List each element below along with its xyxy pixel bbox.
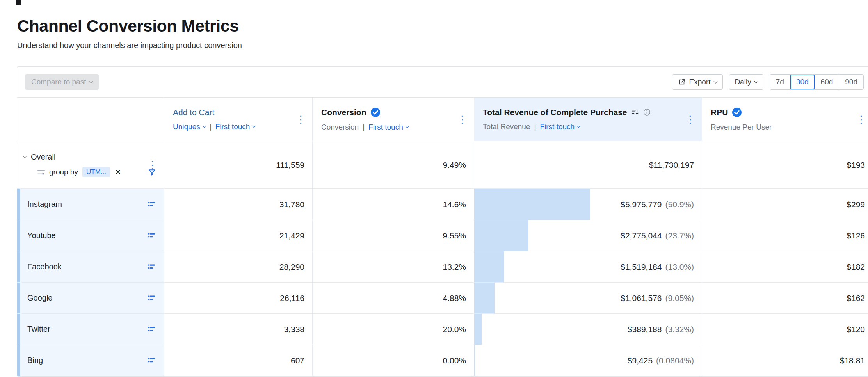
revenue-percent: (9.05%): [665, 293, 694, 303]
overall-conversion-value: 9.49%: [313, 141, 474, 188]
metric-title: RPU: [711, 108, 728, 117]
breakdown-icon[interactable]: [148, 232, 155, 239]
revenue-value: $2,775,044: [621, 231, 662, 240]
table-row: Google 26,116 4.88% $1,061,576 (9.05%) $…: [17, 283, 868, 314]
metric-subline: Total Revenue | First touch: [483, 123, 682, 131]
channel-label-cell[interactable]: Youtube: [17, 220, 164, 251]
chevron-down-icon: [713, 79, 717, 83]
column-header-rpu[interactable]: RPU Revenue Per User: [702, 98, 868, 141]
column-header-total-revenue[interactable]: Total Revenue of Complete Purchase Total…: [474, 98, 702, 141]
conversion-value: 9.55%: [313, 220, 474, 251]
measure-label: Total Revenue: [483, 123, 530, 131]
revenue-bar: [474, 220, 528, 251]
revenue-bar: [474, 189, 590, 220]
revenue-percent: (50.9%): [665, 200, 694, 209]
overall-line: Overall: [23, 153, 164, 162]
revenue-value: $1,061,576: [621, 293, 662, 303]
breakdown-icon[interactable]: [148, 263, 155, 270]
overall-row: Overall group by UTM... 111,559 9.49% $1…: [17, 141, 868, 189]
row-accent-stripe: [17, 314, 20, 345]
add-to-cart-value: 21,429: [164, 220, 313, 251]
group-by-label: group by: [49, 168, 78, 176]
chevron-down-icon: [89, 79, 93, 83]
channel-label-cell[interactable]: Twitter: [17, 314, 164, 345]
kebab-menu-icon[interactable]: [856, 114, 866, 124]
channel-label-cell[interactable]: Bing: [17, 345, 164, 376]
overall-revenue-value: $11,730,197: [474, 141, 702, 188]
channel-rows: Instagram 31,780 14.6% $5,975,779 (50.9%…: [17, 189, 868, 376]
group-by-icon: [37, 169, 45, 175]
revenue-text: $1,061,576 (9.05%): [621, 293, 694, 303]
metric-subline: Uniques | First touch: [173, 123, 293, 131]
revenue-value: $5,975,779: [621, 200, 662, 209]
metric-title-row: Conversion: [321, 107, 454, 117]
column-header-conversion[interactable]: Conversion Conversion | First touch: [313, 98, 474, 141]
kebab-menu-icon[interactable]: [295, 114, 306, 124]
sort-icon[interactable]: [631, 108, 639, 116]
conversion-value: 0.00%: [313, 345, 474, 376]
page-subtitle: Understand how your channels are impacti…: [17, 41, 868, 50]
table-header-row: Add to Cart Uniques | First touch Conver…: [17, 98, 868, 141]
channel-name: Youtube: [27, 231, 56, 240]
revenue-cell: $2,775,044 (23.7%): [474, 220, 702, 251]
screenshot-edge-artifact: [16, 0, 21, 5]
range-30d-button[interactable]: 30d: [790, 75, 815, 89]
conversion-value: 13.2%: [313, 251, 474, 282]
metric-title: Conversion: [321, 108, 366, 117]
channel-name: Bing: [27, 356, 43, 365]
subline-divider: |: [534, 123, 536, 131]
date-range-segmented-control: 7d 30d 60d 90d: [770, 74, 864, 90]
expand-chevron-icon[interactable]: [23, 155, 27, 158]
measure-label: Revenue Per User: [711, 123, 772, 132]
revenue-value: $9,425: [628, 356, 653, 365]
interval-select[interactable]: Daily: [729, 74, 763, 90]
chevron-down-icon: [252, 124, 256, 128]
verified-badge-icon: [370, 107, 381, 117]
breakdown-icon[interactable]: [148, 326, 155, 333]
kebab-menu-icon[interactable]: [457, 114, 468, 124]
export-button[interactable]: Export: [672, 74, 723, 90]
rpu-value: $299: [702, 189, 868, 220]
table-row: Facebook 28,290 13.2% $1,519,184 (13.0%)…: [17, 251, 868, 283]
rpu-value: $162: [702, 283, 868, 313]
range-60d-button[interactable]: 60d: [815, 75, 839, 89]
column-header-add-to-cart[interactable]: Add to Cart Uniques | First touch: [164, 98, 313, 141]
revenue-text: $5,975,779 (50.9%): [621, 200, 694, 209]
info-icon[interactable]: [643, 108, 651, 116]
channel-label-cell[interactable]: Google: [17, 283, 164, 313]
row-accent-stripe: [17, 189, 20, 220]
channel-label-cell[interactable]: Facebook: [17, 251, 164, 282]
measure-select[interactable]: Uniques: [173, 123, 206, 131]
attribution-select[interactable]: First touch: [215, 123, 256, 131]
add-to-cart-value: 31,780: [164, 189, 313, 220]
revenue-text: $2,775,044 (23.7%): [621, 231, 694, 240]
clear-group-by-icon[interactable]: [115, 168, 121, 176]
group-by-value-chip[interactable]: UTM...: [82, 167, 110, 177]
chevron-down-icon: [202, 124, 206, 128]
metric-title[interactable]: Add to Cart: [173, 108, 293, 117]
kebab-menu-icon[interactable]: [147, 160, 158, 170]
breakdown-icon[interactable]: [148, 201, 155, 208]
subline-divider: |: [363, 123, 365, 132]
range-90d-button[interactable]: 90d: [839, 75, 863, 89]
rpu-value: $126: [702, 220, 868, 251]
attribution-select[interactable]: First touch: [368, 123, 409, 132]
breakdown-icon[interactable]: [148, 295, 155, 301]
revenue-text: $389,188 (3.32%): [628, 325, 694, 334]
revenue-value: $389,188: [628, 325, 662, 334]
channel-label-cell[interactable]: Instagram: [17, 189, 164, 220]
table-row: Bing 607 0.00% $9,425 (0.0804%) $18.81: [17, 345, 868, 376]
attribution-select[interactable]: First touch: [540, 123, 580, 131]
verified-badge-icon: [732, 107, 742, 117]
metric-title: Total Revenue of Complete Purchase: [483, 108, 627, 117]
metric-title-row: Total Revenue of Complete Purchase: [483, 108, 682, 117]
revenue-cell: $1,519,184 (13.0%): [474, 251, 702, 282]
kebab-menu-icon[interactable]: [685, 114, 695, 124]
range-7d-button[interactable]: 7d: [770, 75, 790, 89]
overall-rpu-value: $193: [702, 141, 868, 188]
revenue-percent: (13.0%): [665, 262, 694, 272]
measure-label: Conversion: [321, 123, 359, 132]
group-by-line: group by UTM...: [23, 167, 164, 177]
compare-to-past-button[interactable]: Compare to past: [25, 74, 99, 90]
breakdown-icon[interactable]: [148, 357, 155, 364]
